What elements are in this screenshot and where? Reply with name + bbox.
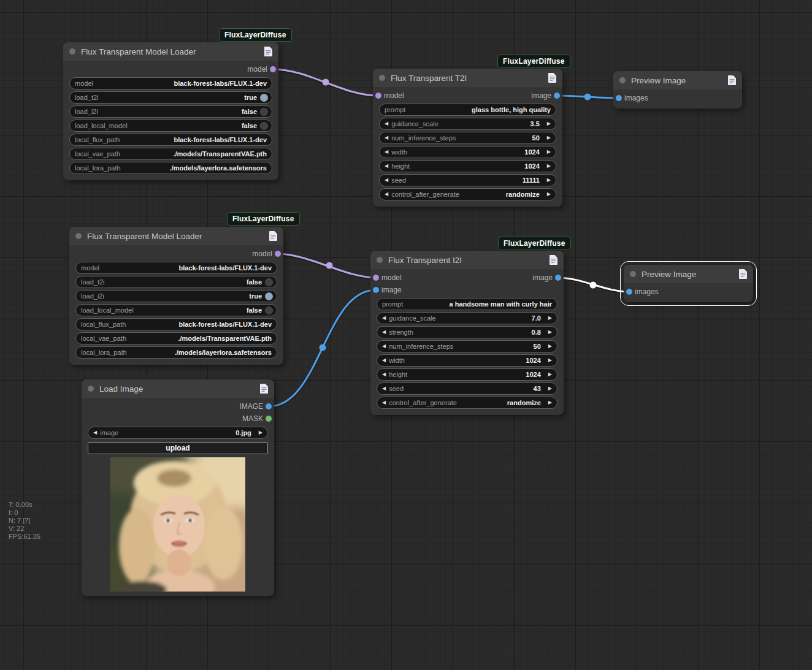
link-loadimage-image-to-i2i[interactable] [269,290,376,406]
document-icon[interactable] [260,384,268,394]
link-midpoint-dot[interactable] [326,262,333,269]
node-header[interactable]: Preview Image [613,71,742,89]
decrement-arrow-icon[interactable]: ◀ [385,164,388,169]
loaded-image-preview[interactable] [110,457,245,592]
widget-prompt[interactable]: prompta handsome man with curly hair [377,298,557,310]
widget-width[interactable]: ◀width1024▶ [377,354,557,367]
link-midpoint-dot[interactable] [323,79,329,86]
widget-local_lora_path[interactable]: local_lora_path./models/layerlora.safete… [69,162,272,174]
decrement-arrow-icon[interactable]: ◀ [382,400,386,405]
document-icon[interactable] [264,47,272,56]
toggle-dot[interactable] [265,278,273,286]
toggle-dot[interactable] [265,306,273,314]
document-icon[interactable] [269,231,277,241]
widget-load_i2i[interactable]: load_i2itrue [75,290,277,302]
widget-local_lora_path[interactable]: local_lora_path./models/layerlora.safete… [75,346,277,359]
link-midpoint-dot[interactable] [320,345,326,351]
collapse-dot[interactable] [619,77,626,83]
node-graph-canvas[interactable]: FluxLayerDiffuse FluxLayerDiffuse FluxLa… [0,0,812,670]
node-flux-transparent-model-loader-2[interactable]: Flux Transparent Model Loader model mode… [69,227,283,365]
output-slot-image[interactable] [266,403,272,409]
widget-prompt[interactable]: promptglass bottle, high quality [379,104,556,116]
output-slot-mask[interactable] [266,416,272,422]
widget-strength[interactable]: ◀strength0.8▶ [377,326,557,338]
input-slot-images[interactable] [616,95,622,101]
decrement-arrow-icon[interactable]: ◀ [385,121,388,126]
output-slot-model[interactable] [270,66,276,72]
decrement-arrow-icon[interactable]: ◀ [382,358,386,363]
collapse-dot[interactable] [377,257,383,263]
widget-width[interactable]: ◀width1024▶ [379,146,556,158]
widget-seed[interactable]: ◀seed43▶ [377,383,557,395]
increment-arrow-icon[interactable]: ▶ [259,430,262,435]
toggle-dot[interactable] [260,94,268,102]
document-icon[interactable] [550,255,557,265]
widget-guidance_scale[interactable]: ◀guidance_scale7.0▶ [377,312,557,324]
increment-arrow-icon[interactable]: ▶ [547,164,551,169]
widget-control_after_generate[interactable]: ◀control_after_generaterandomize▶ [377,397,557,409]
widget-local_vae_path[interactable]: local_vae_path./models/TransparentVAE.pt… [69,148,272,160]
widget-height[interactable]: ◀height1024▶ [379,160,556,172]
decrement-arrow-icon[interactable]: ◀ [382,386,386,391]
widget-load_t2i[interactable]: load_t2itrue [69,91,272,104]
document-icon[interactable] [548,73,556,83]
toggle-dot[interactable] [260,122,268,130]
input-slot-image[interactable] [373,287,379,293]
increment-arrow-icon[interactable]: ▶ [547,121,551,126]
node-flux-transparent-t2i[interactable]: Flux Transparent T2I model image promptg… [373,69,562,207]
widget-guidance_scale[interactable]: ◀guidance_scale3.5▶ [379,118,556,130]
increment-arrow-icon[interactable]: ▶ [548,400,552,405]
widget-local_vae_path[interactable]: local_vae_path./models/TransparentVAE.pt… [75,332,277,345]
collapse-dot[interactable] [630,271,636,277]
link-midpoint-dot[interactable] [590,282,597,289]
widget-num_inference_steps[interactable]: ◀num_inference_steps50▶ [377,340,557,352]
toggle-dot[interactable] [260,108,268,116]
collapse-dot[interactable] [379,75,385,81]
node-header[interactable]: Preview Image [624,265,753,283]
widget-image[interactable]: ◀image0.jpg▶ [88,427,268,439]
increment-arrow-icon[interactable]: ▶ [547,178,551,183]
increment-arrow-icon[interactable]: ▶ [548,316,552,321]
node-header[interactable]: Flux Transparent Model Loader [69,227,283,245]
decrement-arrow-icon[interactable]: ◀ [382,330,386,335]
increment-arrow-icon[interactable]: ▶ [548,386,552,391]
increment-arrow-icon[interactable]: ▶ [547,135,551,140]
widget-local_flux_path[interactable]: local_flux_pathblack-forest-labs/FLUX.1-… [75,318,277,330]
output-slot-image[interactable] [555,275,561,281]
widget-load_local_model[interactable]: load_local_modelfalse [75,304,277,316]
link-i2i-image-to-preview2-selected[interactable] [558,278,629,292]
widget-model[interactable]: modelblack-forest-labs/FLUX.1-dev [75,262,277,274]
widget-height[interactable]: ◀height1024▶ [377,368,557,381]
widget-seed[interactable]: ◀seed11111▶ [379,174,556,186]
output-slot-image[interactable] [554,93,560,99]
widget-load_i2i[interactable]: load_i2ifalse [69,105,272,118]
upload-button[interactable]: upload [88,442,268,454]
widget-num_inference_steps[interactable]: ◀num_inference_steps50▶ [379,132,556,144]
decrement-arrow-icon[interactable]: ◀ [385,150,388,154]
input-slot-images[interactable] [626,289,632,295]
collapse-dot[interactable] [88,386,94,392]
increment-arrow-icon[interactable]: ▶ [548,344,552,349]
node-flux-transparent-model-loader-1[interactable]: Flux Transparent Model Loader model mode… [63,42,278,180]
output-slot-model[interactable] [275,251,281,257]
node-flux-transparent-i2i[interactable]: Flux Transparent I2I model image image p… [370,251,564,415]
decrement-arrow-icon[interactable]: ◀ [93,430,97,435]
node-header[interactable]: Load Image [82,379,274,398]
link-midpoint-dot[interactable] [584,94,591,101]
link-loader2-model-to-i2i[interactable] [278,254,376,278]
node-preview-image-2[interactable]: Preview Image images [624,265,753,302]
collapse-dot[interactable] [75,233,82,239]
link-loader1-model-to-t2i[interactable] [273,69,378,96]
widget-control_after_generate[interactable]: ◀control_after_generaterandomize▶ [379,188,556,200]
decrement-arrow-icon[interactable]: ◀ [382,372,386,377]
increment-arrow-icon[interactable]: ▶ [548,372,552,377]
widget-load_local_model[interactable]: load_local_modelfalse [69,120,272,132]
node-header[interactable]: Flux Transparent T2I [373,69,562,87]
document-icon[interactable] [728,75,736,85]
node-preview-image-1[interactable]: Preview Image images [613,71,742,108]
increment-arrow-icon[interactable]: ▶ [547,150,551,154]
decrement-arrow-icon[interactable]: ◀ [385,178,388,183]
decrement-arrow-icon[interactable]: ◀ [385,192,388,197]
document-icon[interactable] [739,269,747,279]
node-header[interactable]: Flux Transparent I2I [370,251,564,269]
